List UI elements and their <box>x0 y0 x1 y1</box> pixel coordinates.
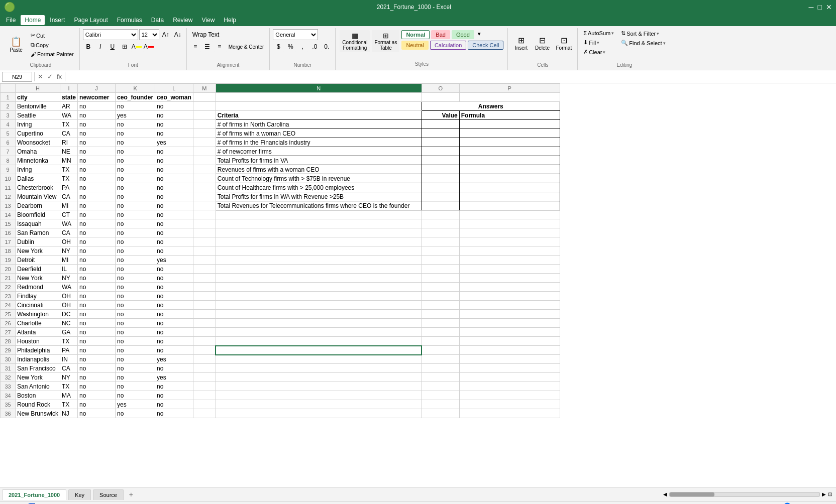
table-cell[interactable] <box>422 328 459 337</box>
table-cell[interactable]: Omaha <box>16 147 60 156</box>
table-cell[interactable]: MN <box>60 156 78 165</box>
table-cell[interactable] <box>216 400 422 409</box>
table-cell[interactable]: no <box>78 147 116 156</box>
table-cell[interactable]: no <box>78 391 116 400</box>
style-good-btn[interactable]: Good <box>452 30 474 39</box>
table-cell[interactable]: MI <box>60 256 78 265</box>
table-cell[interactable]: no <box>116 183 155 192</box>
table-cell[interactable]: no <box>116 346 155 355</box>
table-cell[interactable] <box>193 355 216 364</box>
col-header-i[interactable]: I <box>60 84 78 93</box>
wrap-text-button[interactable]: Wrap Text <box>190 29 222 40</box>
table-cell[interactable]: no <box>78 102 116 111</box>
table-cell[interactable] <box>459 219 560 228</box>
table-cell[interactable]: yes <box>155 138 193 147</box>
table-cell[interactable]: no <box>116 201 155 210</box>
table-cell[interactable]: no <box>78 129 116 138</box>
table-cell[interactable] <box>422 319 459 328</box>
table-cell[interactable]: newcomer <box>78 93 116 102</box>
table-cell[interactable]: no <box>116 246 155 256</box>
table-cell[interactable]: no <box>78 364 116 373</box>
table-cell[interactable]: no <box>78 156 116 165</box>
table-cell[interactable] <box>422 292 459 301</box>
table-cell[interactable] <box>193 301 216 310</box>
table-cell[interactable] <box>216 93 422 102</box>
table-cell[interactable] <box>459 256 560 265</box>
table-cell[interactable] <box>193 246 216 256</box>
table-cell[interactable]: no <box>116 274 155 283</box>
table-cell[interactable]: Total Profits for firms in VA <box>216 156 422 165</box>
table-cell[interactable]: Total Revenues for Telecommunications fi… <box>216 201 422 210</box>
table-cell[interactable]: PA <box>60 183 78 192</box>
table-cell[interactable]: IN <box>60 355 78 364</box>
table-cell[interactable]: no <box>155 147 193 156</box>
table-cell[interactable] <box>193 156 216 165</box>
table-cell[interactable]: Count of Technology firms with > $75B in… <box>216 174 422 183</box>
table-cell[interactable]: no <box>155 274 193 283</box>
table-cell[interactable]: no <box>155 346 193 355</box>
table-cell[interactable]: Chesterbrook <box>16 183 60 192</box>
table-cell[interactable]: no <box>155 228 193 237</box>
cell-reference-input[interactable] <box>2 72 32 82</box>
add-sheet-btn[interactable]: + <box>126 489 137 500</box>
table-cell[interactable]: no <box>116 301 155 310</box>
table-cell[interactable] <box>422 93 459 102</box>
table-cell[interactable]: Bentonville <box>16 102 60 111</box>
table-cell[interactable]: no <box>78 328 116 337</box>
table-cell[interactable]: no <box>116 364 155 373</box>
table-cell[interactable] <box>422 400 459 409</box>
fill-btn[interactable]: ⬇ Fill ▾ <box>581 38 616 47</box>
table-cell[interactable] <box>459 355 560 364</box>
table-cell[interactable]: New York <box>16 274 60 283</box>
table-cell[interactable] <box>216 328 422 337</box>
table-cell[interactable] <box>422 382 459 391</box>
table-cell[interactable]: no <box>78 201 116 210</box>
table-cell[interactable]: CT <box>60 210 78 219</box>
cut-button[interactable]: ✂ Cut <box>28 31 76 40</box>
table-cell[interactable]: yes <box>155 373 193 382</box>
table-cell[interactable] <box>193 219 216 228</box>
sort-filter-btn[interactable]: ⇅ Sort & Filter ▾ <box>618 29 668 38</box>
menu-data[interactable]: Data <box>147 15 168 25</box>
table-cell[interactable]: DC <box>60 310 78 319</box>
table-cell[interactable]: no <box>155 400 193 409</box>
insert-btn[interactable]: ⊞ Insert <box>511 29 531 57</box>
table-cell[interactable]: no <box>155 210 193 219</box>
table-cell[interactable]: no <box>155 192 193 201</box>
table-cell[interactable]: no <box>155 237 193 246</box>
table-cell[interactable]: no <box>155 409 193 418</box>
table-cell[interactable] <box>459 237 560 246</box>
table-cell[interactable]: PA <box>60 346 78 355</box>
table-cell[interactable]: no <box>155 382 193 391</box>
align-right-btn[interactable]: ≡ <box>214 41 225 52</box>
table-cell[interactable]: no <box>78 274 116 283</box>
table-cell[interactable]: no <box>155 292 193 301</box>
italic-button[interactable]: I <box>95 41 106 52</box>
table-cell[interactable]: Mountain View <box>16 192 60 201</box>
minimize-btn[interactable]: ─ <box>809 3 814 11</box>
table-cell[interactable] <box>459 201 560 210</box>
table-cell[interactable]: no <box>78 219 116 228</box>
table-cell[interactable]: no <box>78 165 116 174</box>
table-cell[interactable]: Irving <box>16 165 60 174</box>
table-cell[interactable] <box>422 219 459 228</box>
sheet-area[interactable]: H I J K L M N O P 1citystatenewcomerceo_… <box>0 83 836 487</box>
bold-button[interactable]: B <box>83 41 94 52</box>
table-cell[interactable] <box>459 210 560 219</box>
table-cell[interactable] <box>193 120 216 129</box>
table-cell[interactable]: no <box>78 228 116 237</box>
table-cell[interactable] <box>216 283 422 292</box>
table-cell[interactable]: yes <box>116 111 155 120</box>
table-cell[interactable]: no <box>116 382 155 391</box>
table-cell[interactable] <box>193 346 216 355</box>
table-cell[interactable]: no <box>78 111 116 120</box>
insert-function-icon[interactable]: fx <box>56 73 63 80</box>
table-cell[interactable] <box>459 283 560 292</box>
table-cell[interactable]: no <box>78 301 116 310</box>
table-cell[interactable]: Cincinnati <box>16 301 60 310</box>
menu-help[interactable]: Help <box>220 15 240 25</box>
menu-formulas[interactable]: Formulas <box>113 15 146 25</box>
table-cell[interactable] <box>459 400 560 409</box>
table-cell[interactable]: Revenues of firms with a woman CEO <box>216 165 422 174</box>
table-cell[interactable]: no <box>155 246 193 256</box>
